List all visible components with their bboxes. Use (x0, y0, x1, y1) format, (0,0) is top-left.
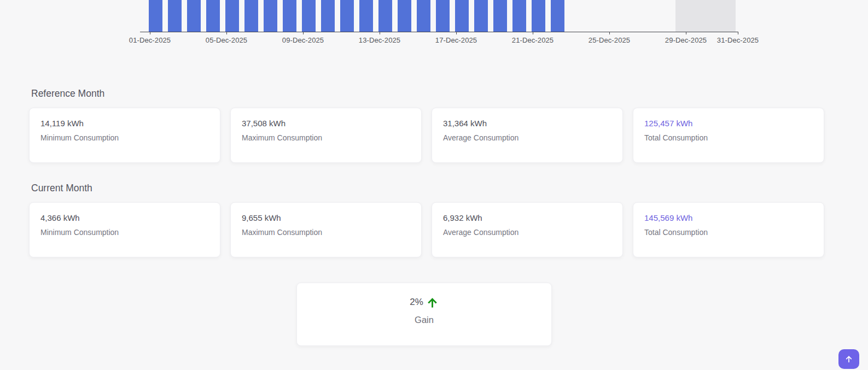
gain-line: 2% (410, 296, 439, 309)
stat-card: 14,119 kWh Minimum Consumption (29, 108, 220, 163)
chart-axis-label: 05-Dec-2025 (194, 36, 259, 44)
chart-bar[interactable] (321, 0, 335, 32)
chart-axis-label: 31-Dec-2025 (705, 36, 771, 44)
chart-axis-label: 25-Dec-2025 (576, 36, 642, 44)
stat-card: 31,364 kWh Average Consumption (432, 108, 623, 163)
stat-value: 145,569 kWh (644, 213, 813, 222)
chart-bar[interactable] (149, 0, 162, 32)
chart-bar[interactable] (359, 0, 373, 32)
chart-axis-label: 09-Dec-2025 (270, 36, 336, 44)
chart-bar[interactable] (398, 0, 411, 32)
chart-axis-tick (686, 32, 686, 34)
chart-x-axis-line (140, 32, 738, 32)
chart-bar[interactable] (455, 0, 469, 32)
gain-up-arrow-icon (426, 296, 439, 309)
chart-axis-label: 21-Dec-2025 (500, 36, 566, 44)
consumption-bar-chart[interactable]: 01-Dec-202505-Dec-202509-Dec-202513-Dec-… (0, 0, 868, 49)
stat-label: Minimum Consumption (40, 228, 209, 237)
stat-card: 4,366 kWh Minimum Consumption (29, 202, 220, 257)
gain-percent: 2% (410, 297, 423, 308)
stat-value: 37,508 kWh (242, 119, 410, 128)
chart-bar[interactable] (436, 0, 450, 32)
stat-label: Minimum Consumption (40, 133, 209, 142)
chart-axis-tick (533, 32, 533, 34)
stat-value: 9,655 kWh (242, 213, 410, 222)
reference-month-cards-row: 14,119 kWh Minimum Consumption 37,508 kW… (29, 108, 824, 163)
chart-bar[interactable] (225, 0, 239, 32)
chart-axis-tick (609, 32, 610, 34)
stat-label: Maximum Consumption (242, 228, 410, 237)
chart-axis-tick (226, 32, 227, 34)
stat-card: 37,508 kWh Maximum Consumption (230, 108, 422, 163)
current-month-cards-row: 4,366 kWh Minimum Consumption 9,655 kWh … (29, 202, 824, 257)
chart-axis-tick (738, 32, 738, 34)
chart-axis-label: 01-Dec-2025 (117, 36, 183, 44)
chart-bar[interactable] (474, 0, 488, 32)
stat-label: Maximum Consumption (242, 133, 410, 142)
stat-card: 145,569 kWh Total Consumption (633, 202, 824, 257)
chart-axis-tick (456, 32, 457, 34)
chart-bar[interactable] (512, 0, 526, 32)
chart-bar[interactable] (244, 0, 258, 32)
stat-value: 14,119 kWh (40, 119, 209, 128)
chart-bar[interactable] (378, 0, 392, 32)
section-heading-reference-month: Reference Month (31, 88, 104, 99)
stat-label: Average Consumption (443, 133, 611, 142)
stat-value: 4,366 kWh (40, 213, 209, 222)
chart-bar[interactable] (340, 0, 354, 32)
stat-value: 31,364 kWh (443, 119, 611, 128)
gain-card: 2% Gain (296, 283, 552, 346)
chart-bar[interactable] (417, 0, 430, 32)
chart-bar[interactable] (206, 0, 220, 32)
chart-axis-tick (150, 32, 150, 34)
stat-card: 9,655 kWh Maximum Consumption (230, 202, 422, 257)
chart-bar[interactable] (283, 0, 296, 32)
chart-bar[interactable] (493, 0, 507, 32)
chart-bar[interactable] (264, 0, 277, 32)
chart-axis-tick (380, 32, 380, 34)
chart-bar[interactable] (551, 0, 564, 32)
gain-label: Gain (415, 315, 434, 325)
stat-value: 6,932 kWh (443, 213, 611, 222)
chart-bar[interactable] (532, 0, 545, 32)
stat-value: 125,457 kWh (644, 119, 813, 128)
chart-highlight-band (675, 0, 736, 32)
scroll-to-top-button[interactable] (838, 349, 859, 369)
stat-label: Total Consumption (644, 228, 813, 237)
chart-axis-tick (303, 32, 304, 34)
section-heading-current-month: Current Month (31, 183, 92, 194)
chart-bar[interactable] (302, 0, 316, 32)
stat-label: Average Consumption (443, 228, 611, 237)
chart-axis-label: 17-Dec-2025 (423, 36, 489, 44)
chart-axis-label: 13-Dec-2025 (347, 36, 412, 44)
stat-card: 6,932 kWh Average Consumption (432, 202, 623, 257)
chart-bar[interactable] (168, 0, 182, 32)
chart-bar[interactable] (187, 0, 201, 32)
stat-label: Total Consumption (644, 133, 813, 142)
stat-card: 125,457 kWh Total Consumption (633, 108, 824, 163)
arrow-up-icon (844, 355, 853, 363)
